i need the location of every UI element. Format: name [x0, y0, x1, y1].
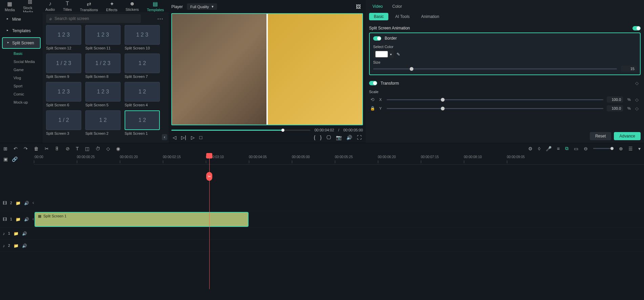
template-thumb[interactable]: 1 2 — [85, 110, 121, 130]
stop-button[interactable]: □ — [199, 135, 202, 140]
template-thumb[interactable]: 1 2 — [125, 53, 160, 73]
preview-area[interactable] — [171, 13, 363, 125]
play-button[interactable]: ▷ — [191, 135, 195, 140]
mute-icon[interactable]: 🔊 — [22, 231, 27, 236]
tool-tag[interactable]: ◇ — [106, 146, 110, 151]
template-item[interactable]: 1 2Split Screen 4 — [125, 82, 160, 107]
tab-effects[interactable]: ✦Effects — [105, 0, 119, 13]
template-item[interactable]: 1 / 2 3Split Screen 8 — [85, 53, 121, 79]
mark-out-button[interactable]: } — [320, 135, 322, 140]
tool-shield[interactable]: ◊ — [538, 146, 540, 151]
sidebar-item-templates[interactable]: ▸Templates — [2, 26, 41, 36]
split-anim-toggle[interactable] — [632, 26, 641, 30]
tab-templates[interactable]: ▤Templates — [146, 0, 165, 13]
scale-y-reset[interactable]: ◇ — [635, 106, 641, 111]
search-box[interactable]: ⌕ — [46, 14, 141, 23]
color-picker[interactable]: ▾ — [373, 50, 394, 58]
template-thumb[interactable]: 1 / 2 3 — [46, 53, 81, 73]
fullscreen-button[interactable]: ⛶ — [357, 135, 362, 140]
template-thumb[interactable]: 1 2 3 — [125, 25, 160, 45]
size-value[interactable]: 15 — [621, 66, 637, 72]
template-thumb[interactable]: 1 2 3 — [85, 82, 121, 102]
tool-undo[interactable]: ↶ — [14, 146, 18, 151]
scale-x-reset[interactable]: ◇ — [635, 97, 641, 102]
right-subtab-basic[interactable]: Basic — [369, 13, 388, 20]
template-thumb[interactable]: 1 2 3 — [46, 82, 81, 102]
playhead[interactable]: ✂ — [209, 154, 210, 289]
tab-media[interactable]: ▦Media — [3, 0, 16, 13]
snapshot-button[interactable]: 🖼 — [354, 3, 363, 10]
zoom-in[interactable]: ⊕ — [619, 146, 623, 151]
template-thumb[interactable]: 1 2 3 — [46, 25, 81, 45]
tool-redo[interactable]: ↷ — [24, 146, 28, 151]
reset-button[interactable]: Reset — [590, 132, 611, 140]
mute-icon[interactable]: 🔊 — [22, 243, 27, 248]
template-thumb[interactable]: 1 2 — [125, 82, 160, 102]
prev-frame-button[interactable]: ◁ — [173, 135, 176, 140]
tab-transitions[interactable]: ⇄Transitions — [79, 0, 99, 13]
scale-y-value[interactable]: 100.0 — [607, 105, 623, 111]
display-button[interactable]: 🖵 — [326, 135, 331, 140]
right-subtab-ai-tools[interactable]: AI Tools — [390, 13, 414, 20]
tool-crop[interactable]: ◫ — [85, 146, 89, 151]
tool-fit[interactable]: ▭ — [574, 146, 578, 151]
template-item[interactable]: 1 2 3Split Screen 6 — [46, 82, 81, 107]
search-input[interactable] — [55, 16, 137, 21]
template-thumb[interactable]: 1 2 — [125, 110, 160, 130]
eyedropper-button[interactable]: ✎ — [396, 52, 400, 57]
folder-icon[interactable]: 📁 — [14, 243, 19, 248]
template-item[interactable]: 1 2 3Split Screen 5 — [85, 82, 121, 107]
volume-button[interactable]: 🔊 — [346, 135, 352, 140]
size-slider[interactable] — [373, 68, 617, 69]
sidebar-subitem-sport[interactable]: Sport — [0, 82, 43, 90]
tool-magnet[interactable]: ⧉ — [565, 146, 568, 151]
sidebar-subitem-vlog[interactable]: Vlog — [0, 74, 43, 82]
mute-icon[interactable]: 🔊 — [24, 217, 29, 222]
mark-in-button[interactable]: { — [314, 135, 316, 140]
tool-delete[interactable]: 🗑 — [34, 146, 39, 151]
timeline-clip[interactable]: ▦Split Screen 1 — [35, 212, 249, 227]
cut-icon[interactable]: ✂ — [206, 172, 212, 181]
tool-more[interactable]: ▾ — [638, 146, 641, 151]
template-thumb[interactable]: 1 2 3 — [85, 25, 121, 45]
template-item[interactable]: 1 / 2 3Split Screen 9 — [46, 53, 81, 79]
tool-speed[interactable]: ⏱ — [95, 146, 100, 151]
quality-select[interactable]: Full Quality ▾ — [187, 3, 217, 10]
zoom-slider[interactable] — [593, 148, 614, 149]
track-body[interactable] — [34, 240, 644, 252]
tab-stickers[interactable]: ☻Stickers — [124, 0, 140, 13]
track-body[interactable] — [34, 228, 644, 239]
scale-y-slider[interactable] — [387, 108, 603, 109]
seek-bar[interactable] — [171, 130, 310, 131]
next-frame-button[interactable]: ▷| — [181, 135, 186, 140]
tool-text[interactable]: T — [76, 146, 79, 151]
template-item[interactable]: 1 / 2Split Screen 3 — [46, 110, 81, 135]
right-tab-color[interactable]: Color — [391, 3, 403, 10]
folder-icon[interactable]: 📁 — [16, 217, 21, 222]
folder-icon[interactable]: 📁 — [16, 201, 21, 206]
track-body[interactable] — [34, 195, 644, 211]
tool-tracks[interactable]: ☰ — [628, 146, 633, 151]
template-item[interactable]: 1 2Split Screen 7 — [125, 53, 160, 79]
sidebar-subitem-comic[interactable]: Comic — [0, 90, 43, 98]
tool-block[interactable]: ⊘ — [66, 146, 70, 151]
timeline-link-button[interactable]: 🔗 — [12, 156, 18, 162]
right-tab-video[interactable]: Video — [371, 3, 384, 10]
border-toggle[interactable] — [373, 36, 381, 41]
template-item[interactable]: 1 2Split Screen 1 — [125, 110, 160, 135]
tool-adjust[interactable]: ⚙ — [528, 146, 533, 151]
template-item[interactable]: 1 2 3Split Screen 11 — [85, 25, 121, 50]
track-body[interactable]: ▦Split Screen 1 — [34, 211, 644, 227]
tool-record[interactable]: ◉ — [116, 146, 120, 151]
folder-icon[interactable]: 📁 — [14, 231, 19, 236]
tool-grid[interactable]: ⊞ — [3, 146, 7, 151]
preview-left[interactable] — [172, 14, 266, 125]
timeline-option-button[interactable]: ▣ — [3, 156, 8, 162]
advance-button[interactable]: Advance — [614, 132, 641, 140]
template-item[interactable]: 1 2 3Split Screen 10 — [125, 25, 160, 50]
view-options-button[interactable]: ⋯ — [157, 15, 163, 22]
right-subtab-animation[interactable]: Animation — [416, 13, 444, 20]
tool-list[interactable]: ≡ — [557, 146, 560, 151]
transform-reset-button[interactable]: ◇ — [635, 81, 641, 86]
template-thumb[interactable]: 1 / 2 — [46, 110, 81, 130]
